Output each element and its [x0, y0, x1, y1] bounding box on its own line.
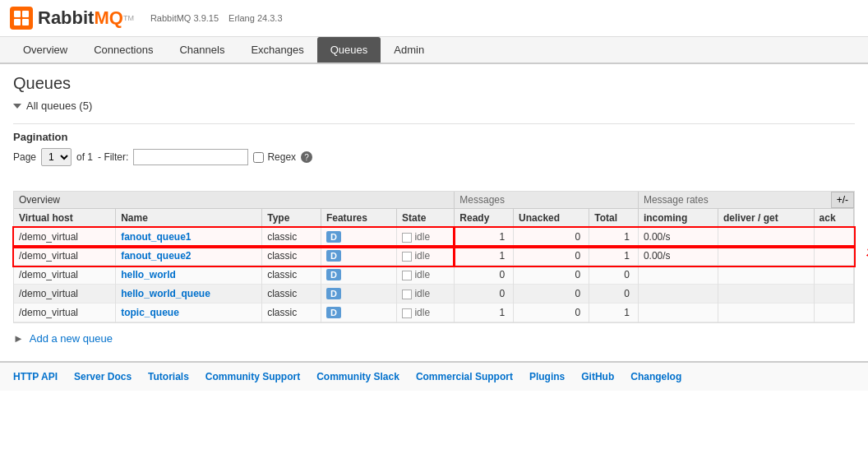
pagination-controls: Page 1 of 1 - Filter: Regex ? — [13, 148, 855, 166]
erlang-version: Erlang 24.3.3 — [229, 13, 282, 23]
group-header-row: Overview Messages Message rates — [14, 192, 854, 209]
header: RabbitMQTM RabbitMQ 3.9.15 Erlang 24.3.3 — [0, 0, 868, 37]
table-cell: /demo_virtual — [14, 304, 116, 322]
table-row: /demo_virtualfanout_queue1classicD idle1… — [14, 228, 854, 247]
table-cell — [718, 304, 814, 322]
nav-queues[interactable]: Queues — [317, 37, 381, 63]
table-cell[interactable]: hello_world_queue — [116, 285, 262, 304]
table-cell — [814, 266, 853, 285]
table-cell — [814, 228, 853, 247]
table-cell: idle — [397, 228, 455, 247]
table-cell: 1 — [589, 228, 639, 247]
footer: HTTP API Server Docs Tutorials Community… — [0, 361, 868, 391]
table-cell — [718, 247, 814, 266]
all-queues-toggle[interactable]: All queues (5) — [13, 96, 855, 115]
nav-admin[interactable]: Admin — [381, 37, 437, 63]
logo-tm: TM — [123, 14, 134, 22]
col-type: Type — [262, 209, 321, 228]
table-row: /demo_virtualtopic_queueclassicD idle101 — [14, 304, 854, 322]
table-cell: 0 — [455, 266, 514, 285]
table-cell: classic — [262, 304, 321, 322]
nav-channels[interactable]: Channels — [166, 37, 238, 63]
table-cell: 0.00/s — [638, 228, 718, 247]
table-cell: 0 — [455, 285, 514, 304]
filter-label: - Filter: — [98, 151, 128, 163]
table-cell: 0 — [514, 285, 589, 304]
table-cell: classic — [262, 247, 321, 266]
table-cell: /demo_virtual — [14, 247, 116, 266]
table-cell: D — [321, 285, 396, 304]
page-content: Queues All queues (5) Pagination Page 1 … — [0, 64, 868, 361]
footer-community-support[interactable]: Community Support — [205, 371, 300, 382]
pagination-section: Pagination Page 1 of 1 - Filter: Regex ? — [13, 123, 855, 173]
overview-group: Overview — [14, 192, 455, 209]
nav-connections[interactable]: Connections — [81, 37, 166, 63]
queues-table-container: +/- Overview Messages Message rates Virt… — [13, 191, 855, 323]
table-cell — [718, 228, 814, 247]
queue-rows: /demo_virtualfanout_queue1classicD idle1… — [14, 228, 854, 322]
footer-community-slack[interactable]: Community Slack — [316, 371, 399, 382]
table-cell — [814, 247, 853, 266]
col-deliver-get: deliver / get — [718, 209, 814, 228]
col-unacked: Unacked — [514, 209, 589, 228]
page-select[interactable]: 1 — [41, 148, 72, 166]
regex-help[interactable]: ? — [301, 151, 312, 163]
footer-plugins[interactable]: Plugins — [529, 371, 565, 382]
table-cell: 0 — [589, 285, 639, 304]
footer-http-api[interactable]: HTTP API — [13, 371, 58, 382]
rates-group: Message rates — [638, 192, 853, 209]
table-cell — [718, 285, 814, 304]
logo-mq: MQ — [94, 7, 122, 29]
queues-table-wrapper: +/- Overview Messages Message rates Virt… — [13, 181, 855, 323]
footer-server-docs[interactable]: Server Docs — [74, 371, 132, 382]
table-cell: D — [321, 228, 396, 247]
table-cell: 0 — [514, 228, 589, 247]
table-cell: 0 — [589, 266, 639, 285]
svg-rect-1 — [22, 11, 29, 17]
table-cell: /demo_virtual — [14, 285, 116, 304]
add-queue-link[interactable]: Add a new queue — [30, 332, 113, 345]
col-header-row: Virtual host Name Type Features State Re… — [14, 209, 854, 228]
toggle-icon — [13, 104, 21, 109]
svg-rect-2 — [14, 19, 21, 25]
logo-text: Rabbit — [38, 7, 94, 29]
table-cell[interactable]: fanout_queue2 — [116, 247, 262, 266]
nav-exchanges[interactable]: Exchanges — [238, 37, 316, 63]
table-cell: 1 — [455, 304, 514, 322]
plus-minus-button[interactable]: +/- — [831, 192, 854, 208]
footer-tutorials[interactable]: Tutorials — [148, 371, 189, 382]
col-incoming: incoming — [638, 209, 718, 228]
footer-changelog[interactable]: Changelog — [630, 371, 681, 382]
filter-input[interactable] — [133, 149, 248, 165]
page-title: Queues — [13, 74, 855, 93]
svg-rect-0 — [14, 11, 21, 17]
table-cell[interactable]: topic_queue — [116, 304, 262, 322]
table-cell — [718, 266, 814, 285]
col-ready: Ready — [455, 209, 514, 228]
table-row: /demo_virtualhello_worldclassicD idle000 — [14, 266, 854, 285]
footer-commercial-support[interactable]: Commercial Support — [416, 371, 513, 382]
table-cell: D — [321, 266, 396, 285]
logo-icon — [10, 7, 33, 30]
main-nav: Overview Connections Channels Exchanges … — [0, 37, 868, 64]
table-row: /demo_virtualhello_world_queueclassicD i… — [14, 285, 854, 304]
table-cell — [638, 285, 718, 304]
table-cell: idle — [397, 247, 455, 266]
footer-github[interactable]: GitHub — [581, 371, 614, 382]
svg-rect-3 — [22, 19, 29, 25]
table-cell: 1 — [455, 228, 514, 247]
table-cell[interactable]: hello_world — [116, 266, 262, 285]
table-cell[interactable]: fanout_queue1 — [116, 228, 262, 247]
rabbitmq-version: RabbitMQ 3.9.15 — [150, 13, 219, 23]
table-cell — [638, 266, 718, 285]
regex-checkbox[interactable] — [253, 152, 264, 163]
table-cell: idle — [397, 266, 455, 285]
table-cell: 0 — [514, 247, 589, 266]
table-cell: idle — [397, 285, 455, 304]
table-cell — [814, 304, 853, 322]
table-cell: 1 — [589, 304, 639, 322]
nav-overview[interactable]: Overview — [10, 37, 81, 63]
table-cell — [814, 285, 853, 304]
table-cell: classic — [262, 228, 321, 247]
regex-label: Regex — [253, 151, 296, 163]
